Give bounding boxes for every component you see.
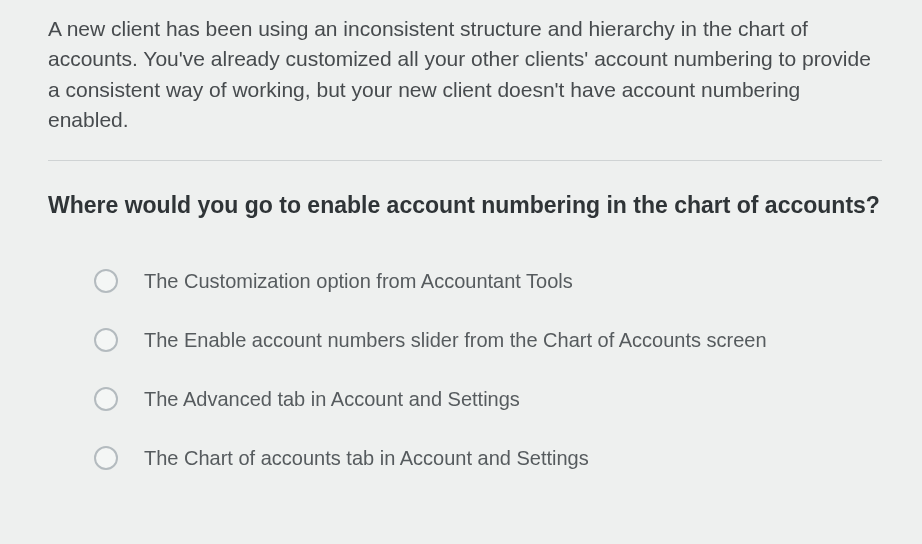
option-1-label: The Customization option from Accountant… (144, 267, 573, 296)
radio-icon[interactable] (94, 269, 118, 293)
option-1[interactable]: The Customization option from Accountant… (94, 267, 882, 296)
scenario-context: A new client has been using an inconsist… (48, 14, 882, 136)
options-group: The Customization option from Accountant… (48, 267, 882, 473)
option-3[interactable]: The Advanced tab in Account and Settings (94, 385, 882, 414)
option-4[interactable]: The Chart of accounts tab in Account and… (94, 444, 882, 473)
option-2-label: The Enable account numbers slider from t… (144, 326, 767, 355)
radio-icon[interactable] (94, 446, 118, 470)
option-2[interactable]: The Enable account numbers slider from t… (94, 326, 882, 355)
question-prompt: Where would you go to enable account num… (48, 189, 882, 221)
option-4-label: The Chart of accounts tab in Account and… (144, 444, 589, 473)
section-divider (48, 160, 882, 161)
radio-icon[interactable] (94, 328, 118, 352)
radio-icon[interactable] (94, 387, 118, 411)
option-3-label: The Advanced tab in Account and Settings (144, 385, 520, 414)
